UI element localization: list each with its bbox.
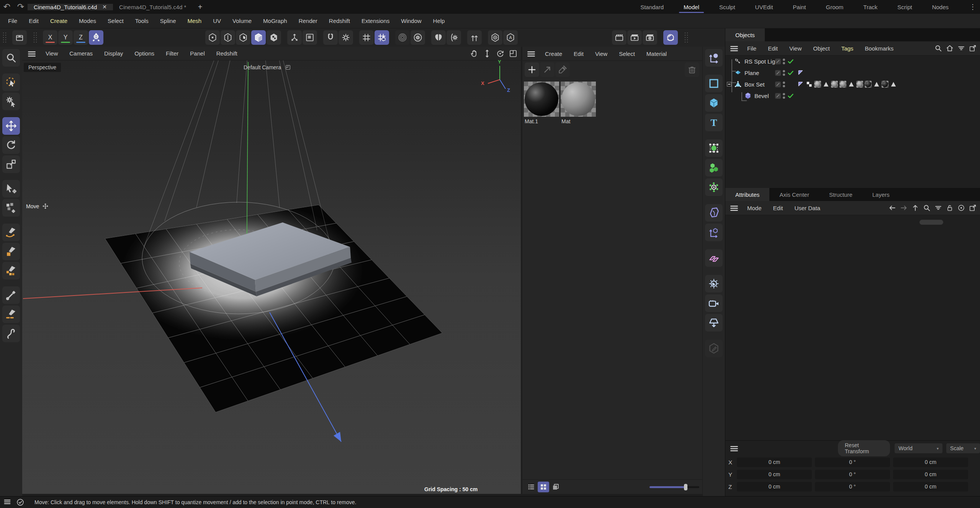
volume-pen-button[interactable] [2,262,20,279]
camera-label[interactable]: Default Camera [244,64,291,70]
search-attributes-button[interactable] [923,204,931,212]
tree-row-rs-spot-light[interactable]: RS Spot Light [725,56,980,67]
layout-tab-groom[interactable]: Groom [816,0,854,14]
x-scale-field[interactable]: 0 cm [893,457,968,467]
pan-view-button[interactable] [470,49,479,58]
coordinate-space-dropdown[interactable]: World ▾ [895,443,942,453]
menu-select[interactable]: Select [102,18,129,24]
lock-y-axis-button[interactable]: Y [58,30,73,45]
edges-mode-button[interactable] [221,30,235,45]
material-tag-icon[interactable] [839,81,846,88]
coordinate-system-button[interactable] [89,30,103,45]
filter-attributes-button[interactable] [934,204,942,212]
x-position-field[interactable]: 0 cm [737,457,812,467]
symmetry-button[interactable] [431,30,446,45]
selection-tag-icon[interactable] [890,81,897,88]
rotate-tool-button[interactable] [2,136,20,154]
material-tag-icon[interactable] [814,81,821,88]
y-scale-field[interactable]: 0 cm [893,470,968,479]
editor-toggle-icon[interactable] [775,93,781,99]
redo-icon[interactable]: ↷ [14,0,28,14]
grid-view-button[interactable] [538,482,549,492]
attributes-scrollbar[interactable] [919,220,943,225]
objects-menu-view[interactable]: View [784,45,807,52]
material-item[interactable]: Mat [561,82,596,126]
lock-x-axis-button[interactable]: X [43,30,57,45]
history-forward-button[interactable] [900,204,908,212]
enabled-check-icon[interactable] [787,92,794,100]
delete-material-button[interactable] [685,62,699,77]
objects-menu-icon[interactable] [729,44,738,53]
status-menu-icon[interactable] [3,498,12,507]
editor-toggle-icon[interactable] [775,82,781,87]
layout-tab-track[interactable]: Track [853,0,887,14]
view-name-label[interactable]: Perspective [24,63,61,72]
menu-tools[interactable]: Tools [129,18,154,24]
viewport-canvas[interactable] [22,60,521,494]
falloff-button[interactable] [395,30,410,45]
objects-menu-object[interactable]: Object [807,45,835,52]
material-menu-select[interactable]: Select [613,51,641,57]
viewport-menu-panel[interactable]: Panel [184,50,210,57]
points-mode-button[interactable] [205,30,220,45]
material-item[interactable]: Mat.1 [524,82,559,126]
tree-row-bevel[interactable]: Bevel [725,90,980,101]
enable-axis-button[interactable] [287,30,302,45]
simulation-button[interactable] [705,178,723,196]
commander-button[interactable] [2,49,20,67]
axis-gizmo[interactable]: Y X Z [478,60,520,106]
objects-menu-edit[interactable]: Edit [762,45,784,52]
viewport-menu-display[interactable]: Display [98,50,129,57]
pick-material-button[interactable] [555,62,570,77]
material-menu-edit[interactable]: Edit [568,51,589,57]
live-selection-button[interactable] [2,74,20,91]
layout-tab-paint[interactable]: Paint [783,0,816,14]
instance-button[interactable] [705,249,723,267]
toggle-view-button[interactable] [509,49,518,58]
render-picture-viewer-button[interactable] [627,30,642,45]
modeling-settings-button[interactable] [411,30,425,45]
tab-structure[interactable]: Structure [819,188,862,201]
material-menu-view[interactable]: View [589,51,613,57]
layout-overflow-icon[interactable]: ⋮ [965,0,980,14]
layout-tab-script[interactable]: Script [887,0,922,14]
phong-tag-icon[interactable] [797,81,804,88]
light-button[interactable] [705,275,723,292]
tree-row-plane[interactable]: Plane [725,67,980,78]
lock-z-axis-button[interactable]: Z [74,30,88,45]
material-menu-create[interactable]: Create [539,51,568,57]
camera-swap-icon[interactable] [285,64,291,70]
popout-panel-button[interactable] [969,44,977,52]
filter-objects-button[interactable] [957,44,965,52]
multi-move-button[interactable] [2,199,20,217]
object-mode-button[interactable] [251,30,266,45]
axis-modify-button[interactable] [705,49,723,67]
render-view-button[interactable] [612,30,627,45]
search-objects-button[interactable] [934,44,942,52]
slider-thumb[interactable] [684,484,687,490]
attributes-menu-mode[interactable]: Mode [741,205,767,211]
camera-button[interactable] [705,294,723,312]
line-cut-button[interactable] [2,305,20,323]
track-selection-button[interactable] [957,204,965,212]
menu-extensions[interactable]: Extensions [356,18,395,24]
menu-uv[interactable]: UV [207,18,227,24]
objects-menu-file[interactable]: File [741,45,762,52]
menu-spline[interactable]: Spline [154,18,182,24]
menu-redshift[interactable]: Redshift [323,18,356,24]
y-rotation-field[interactable]: 0 ° [815,470,890,479]
uvw-tag-icon[interactable] [806,81,813,88]
zoom-view-button[interactable] [483,49,492,58]
expand-icon[interactable] [727,82,731,87]
tweak-tool-button[interactable] [2,93,20,110]
menu-edit[interactable]: Edit [23,18,44,24]
snap-button[interactable] [323,30,338,45]
rotate-view-button[interactable] [496,49,505,58]
menu-mograph[interactable]: MoGraph [257,18,293,24]
lock-panel-button[interactable] [946,204,954,212]
polygons-mode-button[interactable] [236,30,250,45]
edit-material-button[interactable] [705,340,723,357]
menu-create[interactable]: Create [44,18,73,24]
menu-file[interactable]: File [2,18,23,24]
document-tab-1[interactable]: Cinema4D_Tutorial6.c4d✕ [28,4,113,10]
